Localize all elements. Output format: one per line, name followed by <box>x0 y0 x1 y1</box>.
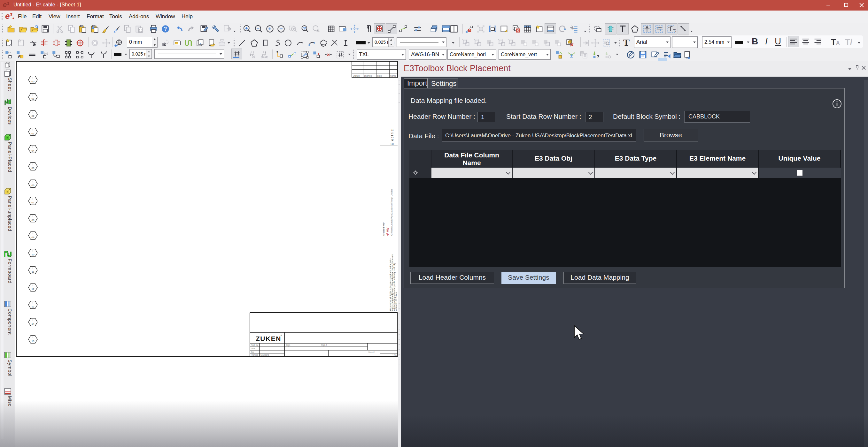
svg-text:14: 14 <box>32 322 34 325</box>
svg-text:Electric: Electric <box>390 129 394 145</box>
svg-text:date: date <box>251 347 255 350</box>
svg-text:e³ vivi: e³ vivi <box>386 227 389 236</box>
svg-text:date: date <box>377 74 382 77</box>
svg-text:04: 04 <box>32 149 34 152</box>
svg-text:Rqd. by: Rqd. by <box>251 344 258 346</box>
svg-text:C:\Users\LauraM\AppData\Local\: C:\Users\LauraM\AppData\Local\Temp\ Unti… <box>391 188 393 236</box>
svg-text:Sheet 1: Sheet 1 <box>368 351 375 353</box>
svg-text:forbidden. © Zuken: forbidden. © Zuken <box>395 292 397 311</box>
svg-text:05: 05 <box>32 167 34 170</box>
svg-text:name: name <box>390 74 396 77</box>
svg-text:02: 02 <box>32 115 34 117</box>
svg-text:15: 15 <box>32 340 34 343</box>
svg-text:Standard: Standard <box>260 354 269 356</box>
svg-text:06: 06 <box>32 184 34 187</box>
svg-text:07: 07 <box>32 201 34 204</box>
svg-text:09: 09 <box>32 236 34 239</box>
svg-text:13: 13 <box>32 305 34 308</box>
svg-text:Status: Status <box>353 74 360 77</box>
svg-text:change: change <box>364 74 372 77</box>
svg-text:00: 00 <box>32 80 34 83</box>
svg-text:1 Sh: 1 Sh <box>393 354 397 356</box>
svg-text:ZUKEN: ZUKEN <box>256 335 281 342</box>
svg-text:11: 11 <box>32 270 34 273</box>
svg-text:®: ® <box>281 335 282 337</box>
svg-text:Sign: Sign <box>286 344 290 346</box>
svg-text:12: 12 <box>32 288 34 290</box>
svg-text:10: 10 <box>32 253 34 256</box>
svg-text:03: 03 <box>32 132 34 135</box>
svg-text:created with: created with <box>382 222 385 236</box>
svg-text:Bar: Bar <box>251 351 254 353</box>
svg-text:Rqd. f: Rqd. f <box>321 344 327 346</box>
svg-text:01: 01 <box>32 97 34 100</box>
svg-text:Framed: Framed <box>251 354 258 356</box>
svg-text:08: 08 <box>32 219 34 221</box>
